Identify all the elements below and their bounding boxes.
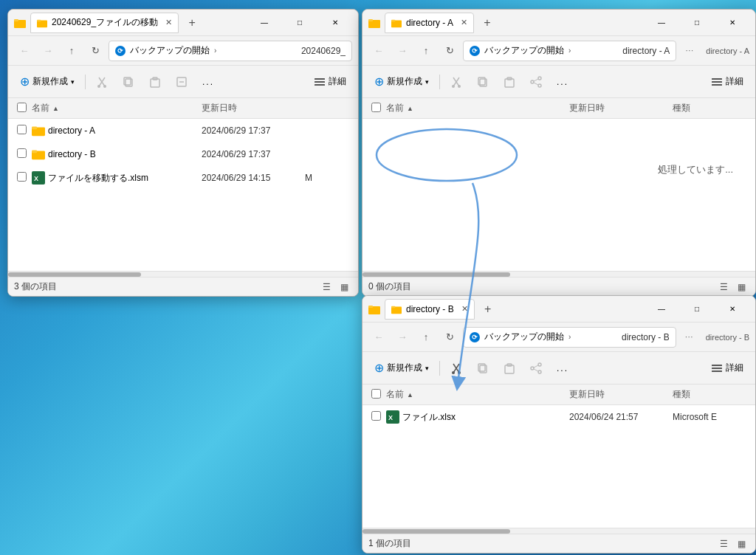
- forward-btn-1[interactable]: →: [38, 41, 58, 61]
- col-name-header-1[interactable]: 名前 ▲: [32, 102, 202, 114]
- paste-btn-1[interactable]: [143, 70, 167, 94]
- up-btn-1[interactable]: ↑: [61, 41, 82, 61]
- address-bar-2[interactable]: ⟳ バックアップの開始 › directory - A: [463, 41, 676, 61]
- select-all-3[interactable]: [371, 389, 381, 399]
- header-checkbox-1[interactable]: [17, 103, 32, 114]
- forward-btn-3[interactable]: →: [392, 327, 413, 348]
- list-view-btn-3[interactable]: ☰: [715, 537, 732, 551]
- more-btn-3[interactable]: ...: [551, 356, 574, 380]
- detail-btn-2[interactable]: 詳細: [705, 70, 749, 94]
- cut-btn-1[interactable]: [90, 70, 114, 94]
- tab-close-3[interactable]: ✕: [461, 304, 468, 314]
- maximize-btn-2[interactable]: □: [680, 11, 714, 35]
- minimize-btn-3[interactable]: —: [645, 297, 678, 321]
- row-checkbox-1[interactable]: [17, 125, 32, 137]
- grid-view-btn-3[interactable]: ▦: [733, 537, 749, 551]
- header-checkbox-3[interactable]: [371, 389, 386, 401]
- address-bar-3[interactable]: ⟳ バックアップの開始 › directory - B: [463, 327, 676, 348]
- back-btn-3[interactable]: ←: [368, 327, 389, 348]
- maximize-btn-1[interactable]: □: [283, 11, 317, 35]
- minimize-btn-1[interactable]: —: [247, 11, 281, 35]
- cut-btn-3[interactable]: [444, 356, 468, 380]
- list-view-btn-1[interactable]: ☰: [318, 280, 334, 294]
- col-name-header-3[interactable]: 名前 ▲: [386, 388, 569, 401]
- new-chevron-1: ▾: [71, 78, 75, 86]
- scrollbar-1[interactable]: [8, 271, 358, 277]
- file-row-dir-a[interactable]: directory - A 2024/06/29 17:37: [8, 119, 358, 142]
- more-nav-3[interactable]: ···: [679, 327, 700, 348]
- title-bar-1: 20240629_ファイルの移動 ✕ + — □ ✕: [8, 10, 358, 36]
- select-all-2[interactable]: [371, 103, 381, 112]
- detail-btn-1[interactable]: 詳細: [308, 70, 352, 94]
- paste-btn-3[interactable]: [498, 356, 521, 380]
- rename-btn-1[interactable]: [170, 70, 193, 94]
- close-btn-1[interactable]: ✕: [318, 11, 352, 35]
- copy-btn-2[interactable]: [471, 70, 495, 94]
- col-name-header-2[interactable]: 名前 ▲: [386, 102, 569, 114]
- scrollbar-thumb-2[interactable]: [362, 272, 510, 277]
- list-view-btn-2[interactable]: ☰: [715, 280, 732, 294]
- up-btn-3[interactable]: ↑: [416, 327, 436, 348]
- tab-close-2[interactable]: ✕: [461, 18, 467, 27]
- address-bar-1[interactable]: ⟳ バックアップの開始 › 20240629_: [109, 41, 352, 61]
- refresh-btn-1[interactable]: ↻: [85, 41, 106, 61]
- plus-icon-1: ⊕: [20, 75, 30, 89]
- refresh-btn-3[interactable]: ↻: [439, 327, 460, 348]
- copy-icon-1: [123, 76, 134, 88]
- tab-add-2[interactable]: +: [477, 13, 498, 33]
- share-btn-3[interactable]: [524, 356, 548, 380]
- tab-label-1: 20240629_ファイルの移動: [52, 16, 158, 29]
- tab-label-3: directory - B: [406, 304, 454, 314]
- tab-add-3[interactable]: +: [478, 299, 498, 320]
- row-checkbox-2[interactable]: [17, 148, 32, 160]
- filedate-xlsm: 2024/06/29 14:15: [202, 173, 305, 183]
- grid-view-btn-2[interactable]: ▦: [733, 280, 749, 294]
- row-checkbox-3[interactable]: [17, 172, 32, 184]
- forward-btn-2[interactable]: →: [392, 41, 413, 61]
- scrollbar-thumb-3[interactable]: [362, 529, 510, 534]
- row-checkbox-xlsx[interactable]: [371, 411, 386, 423]
- new-btn-1[interactable]: ⊕ 新規作成 ▾: [14, 70, 80, 94]
- tab-3[interactable]: directory - B ✕: [385, 299, 475, 320]
- share-btn-2[interactable]: [524, 70, 548, 94]
- col-type-header-2[interactable]: 種類: [673, 102, 746, 114]
- scrollbar-thumb-1[interactable]: [8, 272, 141, 277]
- col-date-header-3[interactable]: 更新日時: [569, 388, 673, 401]
- minimize-btn-2[interactable]: —: [645, 11, 678, 35]
- up-btn-2[interactable]: ↑: [416, 41, 436, 61]
- close-btn-2[interactable]: ✕: [715, 11, 749, 35]
- close-btn-3[interactable]: ✕: [715, 297, 749, 321]
- scrollbar-2[interactable]: [362, 271, 755, 277]
- grid-view-btn-1[interactable]: ▦: [336, 280, 352, 294]
- col-date-header-2[interactable]: 更新日時: [569, 102, 673, 114]
- more-nav-2[interactable]: ···: [679, 41, 700, 61]
- copy-btn-1[interactable]: [117, 70, 140, 94]
- maximize-btn-3[interactable]: □: [680, 297, 714, 321]
- col-type-header-3[interactable]: 種類: [673, 388, 746, 401]
- paste-btn-2[interactable]: [498, 70, 521, 94]
- tab-close-1[interactable]: ✕: [165, 18, 172, 27]
- more-btn-2[interactable]: ...: [551, 70, 574, 94]
- file-row-excel-1[interactable]: X ファイルを移動する.xlsm 2024/06/29 14:15 M: [8, 166, 358, 190]
- more-btn-1[interactable]: ...: [196, 70, 220, 94]
- view-btns-1: ☰ ▦: [318, 280, 352, 294]
- scrollbar-3[interactable]: [362, 528, 755, 534]
- cut-btn-2[interactable]: [444, 70, 468, 94]
- back-btn-2[interactable]: ←: [368, 41, 389, 61]
- folder-icon-title-3: [368, 303, 380, 315]
- file-row-dir-b[interactable]: directory - B 2024/06/29 17:37: [8, 142, 358, 166]
- select-all-1[interactable]: [17, 103, 27, 112]
- tab-1[interactable]: 20240629_ファイルの移動 ✕: [30, 13, 179, 33]
- header-checkbox-2[interactable]: [371, 103, 386, 114]
- file-row-xlsx[interactable]: X ファイル.xlsx 2024/06/24 21:57 Microsoft E: [362, 405, 755, 429]
- copy-btn-3[interactable]: [471, 356, 495, 380]
- detail-btn-3[interactable]: 詳細: [705, 356, 749, 380]
- back-btn-1[interactable]: ←: [14, 41, 35, 61]
- svg-point-45: [458, 371, 461, 374]
- col-date-header-1[interactable]: 更新日時: [202, 102, 305, 114]
- new-btn-2[interactable]: ⊕ 新規作成 ▾: [368, 70, 435, 94]
- tab-add-1[interactable]: +: [182, 13, 202, 33]
- refresh-btn-2[interactable]: ↻: [439, 41, 460, 61]
- tab-2[interactable]: directory - A ✕: [385, 13, 474, 33]
- new-btn-3[interactable]: ⊕ 新規作成 ▾: [368, 356, 435, 380]
